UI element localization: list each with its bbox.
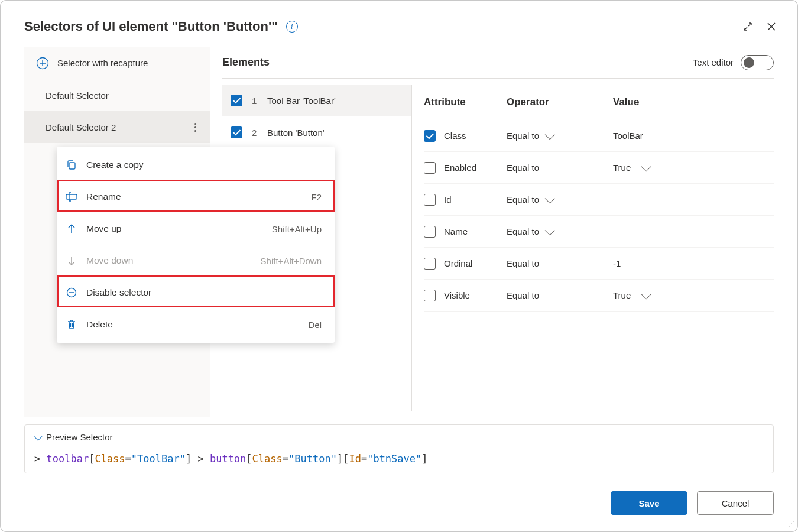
col-value: Value	[613, 96, 774, 108]
preview-toggle[interactable]: Preview Selector	[34, 432, 764, 442]
attr-operator[interactable]: Equal to	[507, 131, 613, 141]
attr-checkbox[interactable]	[424, 162, 436, 174]
token-punc: >	[34, 453, 46, 465]
delete-icon	[65, 318, 78, 331]
ctx-disable-selector[interactable]: Disable selector	[57, 277, 335, 309]
text-editor-toggle[interactable]	[741, 55, 774, 70]
chevron-down-icon	[641, 289, 651, 299]
token-punc: ]	[186, 453, 192, 465]
attr-row: IdEqual to	[424, 184, 774, 216]
add-selector-button[interactable]: Selector with recapture	[24, 47, 210, 79]
attr-name: Name	[444, 226, 507, 236]
context-menu: Create a copy Rename F2 Move up Shift+Al…	[57, 147, 335, 343]
info-icon[interactable]: i	[286, 21, 298, 33]
token-tag: button	[210, 453, 246, 465]
chevron-down-icon	[545, 129, 555, 140]
attr-name: Id	[444, 194, 507, 205]
attr-checkbox[interactable]	[424, 194, 436, 206]
ctx-shortcut: Shift+Alt+Down	[261, 256, 322, 266]
attr-checkbox[interactable]	[424, 290, 436, 301]
col-operator: Operator	[507, 96, 613, 108]
token-punc: [	[343, 453, 349, 465]
element-label: Button 'Button'	[267, 128, 325, 138]
preview-content: > toolbar[Class="ToolBar"] > button[Clas…	[34, 453, 764, 465]
attr-operator[interactable]: Equal to	[507, 163, 613, 173]
attr-row: OrdinalEqual to-1	[424, 248, 774, 280]
attr-checkbox[interactable]	[424, 226, 436, 238]
attr-name: Visible	[444, 290, 507, 300]
element-index: 2	[252, 128, 261, 138]
attr-value[interactable]: True	[613, 163, 774, 173]
ctx-move-up[interactable]: Move up Shift+Alt+Up	[57, 213, 335, 245]
ctx-create-copy[interactable]: Create a copy	[57, 149, 335, 181]
element-row-2[interactable]: 2 Button 'Button'	[222, 116, 411, 148]
selector-item-1[interactable]: Default Selector	[24, 79, 210, 111]
token-punc: [	[89, 453, 95, 465]
ctx-label: Delete	[86, 319, 113, 330]
selector-item-label: Default Selector 2	[46, 122, 116, 132]
preview-selector-panel: Preview Selector > toolbar[Class="ToolBa…	[24, 424, 774, 473]
attr-checkbox[interactable]	[424, 258, 436, 270]
attr-value[interactable]: ToolBar	[613, 131, 774, 141]
selector-item-label: Default Selector	[46, 90, 109, 100]
more-options-icon[interactable]	[192, 121, 199, 134]
resize-grip[interactable]: ⋰	[788, 520, 794, 528]
element-index: 1	[252, 96, 261, 106]
elements-heading: Elements	[222, 56, 270, 69]
disable-icon	[65, 286, 78, 299]
arrow-down-icon	[65, 254, 78, 267]
copy-icon	[65, 158, 78, 171]
token-attr: Id	[349, 453, 361, 465]
ctx-rename[interactable]: Rename F2	[57, 181, 335, 213]
token-attr: Class	[252, 453, 283, 465]
save-button[interactable]: Save	[611, 491, 687, 515]
ctx-label: Move up	[86, 223, 121, 234]
chevron-down-icon	[34, 432, 42, 440]
preview-label: Preview Selector	[46, 432, 113, 442]
attr-name: Ordinal	[444, 258, 507, 268]
token-punc: ]	[337, 453, 343, 465]
token-punc: ]	[421, 453, 427, 465]
attr-checkbox[interactable]	[424, 130, 436, 142]
dialog-title: Selectors of UI element "Button 'Button'…	[24, 19, 278, 34]
cancel-button[interactable]: Cancel	[697, 491, 774, 515]
ctx-shortcut: Del	[308, 320, 322, 330]
close-icon[interactable]	[762, 17, 781, 36]
chevron-down-icon	[641, 161, 651, 171]
ctx-label: Move down	[86, 255, 133, 266]
element-checkbox[interactable]	[231, 95, 242, 106]
rename-icon	[65, 190, 78, 203]
attr-name: Class	[444, 131, 507, 141]
attr-row: EnabledEqual toTrue	[424, 152, 774, 184]
attr-name: Enabled	[444, 163, 507, 173]
selector-item-2[interactable]: Default Selector 2	[24, 111, 210, 143]
attr-value[interactable]: -1	[613, 258, 774, 268]
token-tag: toolbar	[46, 453, 89, 465]
element-row-1[interactable]: 1 Tool Bar 'ToolBar'	[222, 85, 411, 116]
token-punc: [	[246, 453, 252, 465]
ctx-shortcut: F2	[311, 192, 322, 202]
token-punc: =	[283, 453, 288, 465]
attr-operator[interactable]: Equal to	[507, 258, 613, 268]
attr-operator[interactable]: Equal to	[507, 290, 613, 300]
attr-value[interactable]: True	[613, 290, 774, 300]
arrow-up-icon	[65, 222, 78, 235]
token-str: "btnSave"	[367, 453, 421, 465]
token-punc: =	[361, 453, 367, 465]
token-punc: =	[125, 453, 131, 465]
chevron-down-icon	[545, 225, 555, 235]
ctx-label: Rename	[86, 192, 121, 202]
ctx-move-down: Move down Shift+Alt+Down	[57, 245, 335, 277]
element-checkbox[interactable]	[231, 126, 242, 138]
token-punc: >	[192, 453, 210, 465]
svg-rect-2	[66, 194, 77, 199]
ctx-shortcut: Shift+Alt+Up	[272, 224, 322, 234]
expand-icon[interactable]	[738, 17, 757, 36]
chevron-down-icon	[545, 193, 555, 203]
add-selector-label: Selector with recapture	[57, 58, 148, 68]
ctx-delete[interactable]: Delete Del	[57, 309, 335, 340]
attribute-table: Attribute Operator Value ClassEqual toTo…	[412, 79, 774, 417]
attr-operator[interactable]: Equal to	[507, 226, 613, 236]
ctx-label: Create a copy	[86, 160, 144, 170]
attr-operator[interactable]: Equal to	[507, 194, 613, 205]
